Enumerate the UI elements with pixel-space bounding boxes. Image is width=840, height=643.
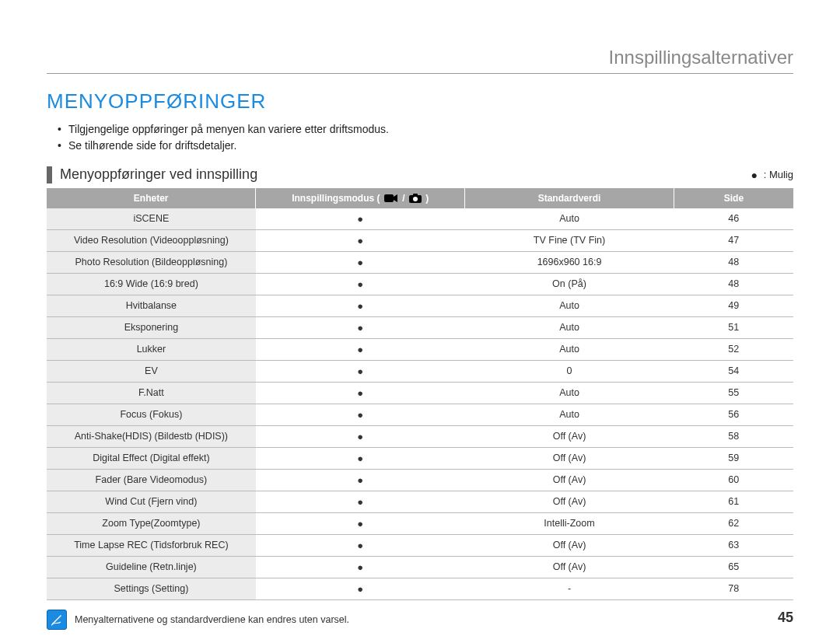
col-header-mode: Innspillingsmodus ( / ) [256,188,465,208]
cell-mode: ● [256,251,465,273]
cell-default: - [465,578,674,599]
cell-default: Intelli-Zoom [465,512,674,534]
table-row: Digital Effect (Digital effekt)●Off (Av)… [47,447,793,469]
col-header-default: Standardverdi [465,188,674,208]
cell-mode: ● [256,491,465,512]
legend: ● : Mulig [751,169,793,182]
cell-page: 49 [674,295,793,316]
cell-name: Time Lapse REC (Tidsforbruk REC) [47,534,256,556]
table-row: iSCENE●Auto46 [47,208,793,230]
cell-mode: ● [256,295,465,316]
cell-name: Lukker [47,338,256,360]
table-row: Video Resolution (Videooppløsning)●TV Fi… [47,229,793,251]
cell-default: Off (Av) [465,447,674,469]
cell-mode: ● [256,208,465,230]
menu-table: Enheter Innspillingsmodus ( / ) S [47,188,793,600]
cell-page: 56 [674,404,793,425]
cell-default: Off (Av) [465,556,674,578]
cell-name: Digital Effect (Digital effekt) [47,447,256,469]
svg-point-3 [413,197,418,201]
cell-name: iSCENE [47,208,256,230]
cell-page: 60 [674,469,793,491]
table-row: 16:9 Wide (16:9 bred)●On (På)48 [47,273,793,295]
note-icon [47,610,67,630]
cell-name: Zoom Type(Zoomtype) [47,512,256,534]
cell-mode: ● [256,360,465,382]
table-row: Hvitbalanse●Auto49 [47,295,793,316]
table-row: Settings (Setting)●-78 [47,578,793,599]
cell-name: Guideline (Retn.linje) [47,556,256,578]
cell-name: Video Resolution (Videooppløsning) [47,229,256,251]
cell-page: 46 [674,208,793,230]
intro-bullet: Tilgjengelige oppføringer på menyen kan … [68,121,793,138]
main-heading: MENYOPPFØRINGER [47,89,793,114]
table-row: Time Lapse REC (Tidsforbruk REC)●Off (Av… [47,534,793,556]
cell-default: On (På) [465,273,674,295]
cell-page: 51 [674,316,793,338]
cell-name: Settings (Setting) [47,578,256,599]
mode-sep: / [402,193,408,204]
cell-page: 65 [674,556,793,578]
cell-mode: ● [256,404,465,425]
chapter-title: Innspillingsalternativer [47,47,793,74]
mode-suffix: ) [425,193,429,204]
table-row: Focus (Fokus)●Auto56 [47,404,793,425]
table-row: Photo Resolution (Bildeoppløsning)●1696x… [47,251,793,273]
cell-mode: ● [256,512,465,534]
cell-default: Off (Av) [465,534,674,556]
cell-mode: ● [256,578,465,599]
table-row: Eksponering●Auto51 [47,316,793,338]
cell-name: Fader (Bare Videomodus) [47,469,256,491]
cell-page: 48 [674,251,793,273]
svg-rect-0 [384,194,394,202]
table-row: Anti-Shake(HDIS) (Bildestb (HDIS))●Off (… [47,425,793,447]
cell-name: Eksponering [47,316,256,338]
cell-page: 58 [674,425,793,447]
table-row: Lukker●Auto52 [47,338,793,360]
cell-mode: ● [256,469,465,491]
cell-mode: ● [256,338,465,360]
cell-page: 48 [674,273,793,295]
cell-default: Off (Av) [465,469,674,491]
cell-page: 47 [674,229,793,251]
cell-default: Off (Av) [465,425,674,447]
cell-mode: ● [256,229,465,251]
cell-name: EV [47,360,256,382]
cell-default: Auto [465,404,674,425]
table-row: EV●054 [47,360,793,382]
cell-default: 0 [465,360,674,382]
cell-mode: ● [256,425,465,447]
svg-rect-2 [413,194,418,196]
cell-page: 55 [674,382,793,404]
sub-heading: Menyoppføringer ved innspilling [47,166,257,183]
cell-name: Hvitbalanse [47,295,256,316]
intro-bullet-list: Tilgjengelige oppføringer på menyen kan … [47,121,793,154]
cell-mode: ● [256,447,465,469]
cell-default: Auto [465,316,674,338]
legend-dot-icon: ● [751,169,761,181]
legend-label: : Mulig [764,169,793,180]
cell-default: Auto [465,382,674,404]
cell-name: Focus (Fokus) [47,404,256,425]
cell-name: Wind Cut (Fjern vind) [47,491,256,512]
cell-mode: ● [256,556,465,578]
cell-page: 63 [674,534,793,556]
col-header-units: Enheter [47,188,256,208]
table-row: Guideline (Retn.linje)●Off (Av)65 [47,556,793,578]
cell-default: Off (Av) [465,491,674,512]
table-row: Fader (Bare Videomodus)●Off (Av)60 [47,469,793,491]
cell-mode: ● [256,382,465,404]
cell-name: Anti-Shake(HDIS) (Bildestb (HDIS)) [47,425,256,447]
cell-page: 54 [674,360,793,382]
mode-prefix: Innspillingsmodus ( [292,193,380,204]
cell-page: 59 [674,447,793,469]
cell-page: 62 [674,512,793,534]
col-header-page: Side [674,188,793,208]
cell-page: 78 [674,578,793,599]
intro-bullet: Se tilhørende side for driftsdetaljer. [68,138,793,154]
cell-default: TV Fine (TV Fin) [465,229,674,251]
cell-name: 16:9 Wide (16:9 bred) [47,273,256,295]
cell-mode: ● [256,273,465,295]
cell-mode: ● [256,534,465,556]
cell-default: Auto [465,208,674,230]
